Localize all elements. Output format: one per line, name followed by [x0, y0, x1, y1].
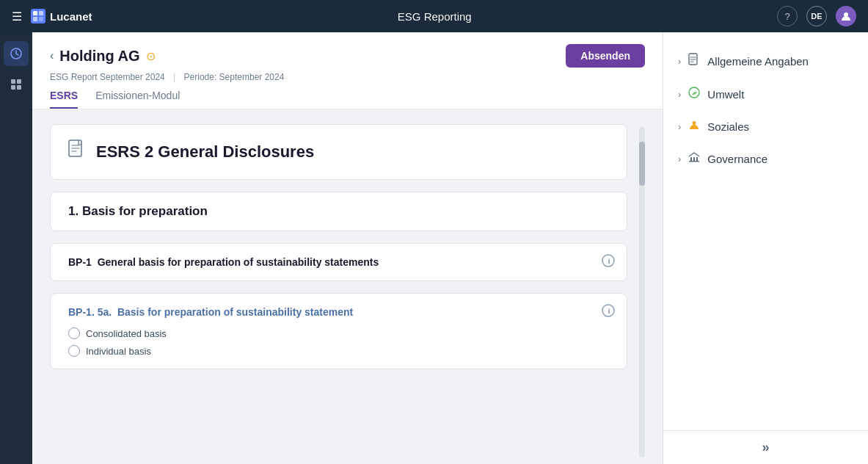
svg-text:i: i [608, 306, 610, 315]
person-nav-icon [688, 119, 700, 134]
bank-nav-icon [688, 151, 700, 166]
content-area: ‹ Holding AG ⊙ Absenden ESG Report Septe… [32, 32, 663, 464]
radio1-label: Consolidated basis [86, 328, 167, 339]
chevron-right-icon-4: › [678, 153, 681, 164]
svg-point-17 [693, 121, 696, 125]
right-item-umwelt[interactable]: › Umwelt [663, 78, 868, 110]
right-item-soziales[interactable]: › Soziales [663, 110, 868, 142]
leaf-nav-icon [688, 87, 700, 101]
doc-icon [68, 139, 87, 164]
header-meta: ESG Report September 2024 | Periode: Sep… [50, 72, 645, 82]
radio-consolidated[interactable]: Consolidated basis [68, 327, 609, 339]
right-panel-content: › Allgemeine Angaben › Umwelt [663, 32, 868, 430]
report-label: ESG Report September 2024 [50, 72, 165, 82]
main-layout: ‹ Holding AG ⊙ Absenden ESG Report Septe… [0, 32, 868, 464]
radio2-label: Individual basis [86, 346, 151, 357]
lang-label: DE [811, 12, 822, 21]
section-1-title: 1. Basis for preparation [68, 204, 208, 218]
sidebar-grid-icon[interactable] [4, 72, 29, 97]
scroll-track[interactable] [639, 127, 645, 457]
main-scroll: ESRS 2 General Disclosures 1. Basis for … [32, 109, 663, 464]
bp1-5a-item-card: BP-1. 5a. Basis for preparation of susta… [50, 293, 627, 369]
center-content: ESRS 2 General Disclosures 1. Basis for … [50, 124, 627, 449]
svg-rect-20 [696, 157, 698, 161]
section-1-card: 1. Basis for preparation [50, 192, 627, 231]
bp1-info-icon[interactable]: i [602, 254, 615, 271]
right-label-allgemeine: Allgemeine Angaben [707, 55, 809, 68]
logo-text: Lucanet [50, 10, 92, 23]
svg-rect-19 [693, 157, 695, 161]
page-heading: ESG Reporting [398, 10, 472, 23]
help-icon: ? [784, 11, 789, 22]
svg-rect-21 [689, 161, 699, 162]
right-panel: › Allgemeine Angaben › Umwelt [663, 32, 868, 464]
logo-area: Lucanet [31, 9, 92, 23]
avatar[interactable] [836, 6, 856, 26]
radio-group: Consolidated basis Individual basis [68, 327, 609, 357]
period-label: Periode: September 2024 [184, 72, 285, 82]
svg-rect-3 [39, 17, 43, 21]
menu-icon[interactable]: ☰ [12, 10, 22, 23]
right-label-governance: Governance [707, 153, 767, 165]
warning-icon: ⊙ [146, 49, 156, 63]
submit-button[interactable]: Absenden [566, 44, 645, 68]
radio-individual[interactable]: Individual basis [68, 345, 609, 357]
chevron-right-icon-1: › [678, 56, 681, 67]
left-sidebar [0, 32, 32, 464]
help-button[interactable]: ? [777, 6, 798, 26]
expand-icon[interactable]: » [762, 440, 769, 455]
svg-rect-2 [33, 17, 37, 21]
doc-nav-icon [688, 53, 700, 69]
svg-rect-9 [17, 85, 21, 90]
svg-rect-0 [33, 11, 37, 15]
scroll-thumb[interactable] [639, 142, 645, 186]
tab-emissionen[interactable]: Emissionen-Modul [95, 90, 180, 109]
svg-text:i: i [608, 256, 610, 265]
bp1-label: BP-1 General basis for preparation of su… [68, 256, 379, 268]
bp1-text: General basis for preparation of sustain… [98, 256, 379, 268]
tab-esrs[interactable]: ESRS [50, 90, 78, 109]
main-title-card: ESRS 2 General Disclosures [50, 124, 627, 180]
radio-circle-1 [68, 327, 80, 339]
chevron-right-icon-3: › [678, 121, 681, 132]
svg-rect-7 [17, 79, 21, 84]
bp1-5a-text: Basis for preparation of sustainability … [117, 306, 353, 318]
content-header: ‹ Holding AG ⊙ Absenden ESG Report Septe… [32, 32, 663, 109]
right-panel-footer: » [663, 430, 868, 464]
logo-icon [31, 9, 45, 23]
radio-circle-2 [68, 345, 80, 357]
back-arrow-icon: ‹ [50, 49, 54, 62]
right-item-allgemeine[interactable]: › Allgemeine Angaben [663, 44, 868, 78]
meta-separator: | [173, 72, 175, 82]
bp1-item-card: BP-1 General basis for preparation of su… [50, 243, 627, 281]
svg-rect-6 [11, 79, 15, 84]
svg-rect-8 [11, 85, 15, 90]
top-navigation: ☰ Lucanet ESG Reporting ? DE [0, 0, 868, 32]
right-label-umwelt: Umwelt [707, 88, 744, 101]
right-label-soziales: Soziales [707, 120, 749, 133]
main-card-title: ESRS 2 General Disclosures [96, 142, 314, 162]
svg-rect-18 [690, 157, 692, 161]
back-button[interactable]: ‹ Holding AG ⊙ [50, 48, 156, 65]
page-title: Holding AG [59, 48, 139, 65]
svg-rect-1 [39, 11, 43, 15]
chevron-right-icon-2: › [678, 89, 681, 100]
bp1-5a-info-icon[interactable]: i [602, 304, 615, 321]
tabs: ESRS Emissionen-Modul [50, 90, 645, 109]
sidebar-esg-icon[interactable] [4, 41, 29, 66]
right-item-governance[interactable]: › Governance [663, 142, 868, 175]
language-button[interactable]: DE [806, 6, 827, 26]
bp1-5a-label: BP-1. 5a. Basis for preparation of susta… [68, 306, 353, 318]
